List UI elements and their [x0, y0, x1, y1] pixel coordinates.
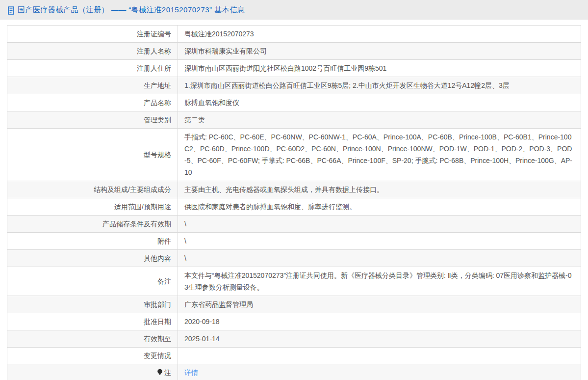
header-bar: 国产医疗器械产品（注册） —— “粤械注准20152070273” 基本信息: [0, 0, 588, 20]
page-title: 国产医疗器械产品（注册） —— “粤械注准20152070273” 基本信息: [18, 5, 245, 15]
row-value: 第二类: [178, 111, 581, 129]
table-row: 附件\: [7, 233, 581, 250]
row-value-text: 深圳市科瑞康实业有限公司: [184, 47, 267, 55]
row-label: 变更情况: [7, 348, 178, 364]
row-value: 广东省药品监督管理局: [178, 296, 581, 313]
row-value: 供医院和家庭对患者的脉搏血氧饱和度、脉率进行监测。: [178, 198, 581, 216]
table-row: 注详情: [7, 364, 581, 380]
table-row: 产品名称脉搏血氧饱和度仪: [7, 94, 581, 111]
row-label-text: 审批部门: [144, 300, 171, 308]
row-label-text: 有效期至: [144, 335, 171, 343]
row-label: 产品名称: [7, 94, 178, 111]
row-value: 深圳市南山区西丽街道阳光社区松白路1002号百旺信工业园9栋501: [178, 60, 581, 77]
row-label: 型号规格: [7, 129, 178, 181]
table-row: 适用范围/预期用途供医院和家庭对患者的脉搏血氧饱和度、脉率进行监测。: [7, 198, 581, 216]
content: 注册证编号粤械注准20152070273注册人名称深圳市科瑞康实业有限公司注册人…: [0, 20, 588, 380]
row-value: 2020-09-18: [178, 313, 581, 330]
row-label: 注册证编号: [7, 26, 178, 43]
row-label-text: 批准日期: [144, 318, 171, 326]
table-row: 型号规格手指式: PC-60C、PC-60E、PC-60NW、PC-60NW-1…: [7, 129, 581, 181]
table-row: 批准日期2020-09-18: [7, 313, 581, 330]
row-label: 审批部门: [7, 296, 178, 313]
row-label-text: 注册人住所: [137, 64, 171, 72]
row-label-text: 管理类别: [144, 116, 171, 124]
row-label-text: 结构及组成/主要组成成分: [94, 186, 171, 193]
row-label: 批准日期: [7, 313, 178, 330]
row-value-text: 2020-09-18: [184, 318, 220, 326]
row-label: 适用范围/预期用途: [7, 198, 178, 216]
table-row: 有效期至2025-01-14: [7, 330, 581, 348]
table-row: 备注本文件与“粤械注准20152070273”注册证共同使用。新《医疗器械分类目…: [7, 267, 581, 296]
row-label-text: 产品储存条件及有效期: [102, 220, 171, 228]
row-value-text: 本文件与“粤械注准20152070273”注册证共同使用。新《医疗器械分类目录》…: [184, 271, 571, 291]
row-value: 主要由主机、光电传感器或血氧探头组成，并具有数据上传接口。: [178, 181, 581, 198]
row-label: 产品储存条件及有效期: [7, 216, 178, 233]
row-value: 本文件与“粤械注准20152070273”注册证共同使用。新《医疗器械分类目录》…: [178, 267, 581, 296]
row-value-text: 1.深圳市南山区西丽街道松白公路百旺信工业区9栋5层; 2.中山市火炬开发区生物…: [184, 81, 510, 89]
row-label: 注册人住所: [7, 60, 178, 77]
table-row: 其他内容\: [7, 250, 581, 267]
row-label: 备注: [7, 267, 178, 296]
table-row: 结构及组成/主要组成成分主要由主机、光电传感器或血氧探头组成，并具有数据上传接口…: [7, 181, 581, 198]
row-value: \: [178, 233, 581, 250]
row-value: 详情: [178, 364, 581, 380]
table-row: 变更情况: [7, 348, 581, 364]
row-value-text: \: [184, 254, 186, 262]
bulb-icon: [157, 369, 163, 376]
row-value: 深圳市科瑞康实业有限公司: [178, 43, 581, 60]
row-value: \: [178, 250, 581, 267]
table-row: 管理类别第二类: [7, 111, 581, 129]
row-label-text: 产品名称: [144, 99, 171, 107]
row-label-text: 其他内容: [144, 254, 171, 262]
row-value: 1.深圳市南山区西丽街道松白公路百旺信工业区9栋5层; 2.中山市火炬开发区生物…: [178, 77, 581, 94]
row-value-text: 第二类: [184, 116, 205, 124]
details-link[interactable]: 详情: [184, 369, 198, 377]
row-value: \: [178, 216, 581, 233]
row-label-text: 注册人名称: [137, 47, 171, 55]
row-value-text: 供医院和家庭对患者的脉搏血氧饱和度、脉率进行监测。: [184, 203, 356, 211]
row-label: 生产地址: [7, 77, 178, 94]
row-value-text: 主要由主机、光电传感器或血氧探头组成，并具有数据上传接口。: [184, 186, 383, 193]
row-label: 管理类别: [7, 111, 178, 129]
row-value-text: 粤械注准20152070273: [184, 30, 254, 38]
row-label: 有效期至: [7, 330, 178, 348]
row-value: 粤械注准20152070273: [178, 26, 581, 43]
table-row: 注册人住所深圳市南山区西丽街道阳光社区松白路1002号百旺信工业园9栋501: [7, 60, 581, 77]
row-label-text: 注册证编号: [137, 30, 171, 38]
row-value-text: 2025-01-14: [184, 335, 220, 343]
row-value-text: 脉搏血氧饱和度仪: [184, 99, 239, 107]
row-value: 2025-01-14: [178, 330, 581, 348]
row-value: 手指式: PC-60C、PC-60E、PC-60NW、PC-60NW-1、PC-…: [178, 129, 581, 181]
table-row: 注册人名称深圳市科瑞康实业有限公司: [7, 43, 581, 60]
row-label-text: 适用范围/预期用途: [114, 203, 171, 211]
row-label-text: 生产地址: [144, 81, 171, 89]
info-table: 注册证编号粤械注准20152070273注册人名称深圳市科瑞康实业有限公司注册人…: [7, 25, 581, 380]
table-row: 生产地址1.深圳市南山区西丽街道松白公路百旺信工业区9栋5层; 2.中山市火炬开…: [7, 77, 581, 94]
page: 国产医疗器械产品（注册） —— “粤械注准20152070273” 基本信息 注…: [0, 0, 588, 380]
row-label-text: 变更情况: [144, 352, 171, 359]
row-value-text: \: [184, 237, 186, 245]
row-value: 脉搏血氧饱和度仪: [178, 94, 581, 111]
table-row: 审批部门广东省药品监督管理局: [7, 296, 581, 313]
row-label: 结构及组成/主要组成成分: [7, 181, 178, 198]
row-label-text: 备注: [157, 277, 171, 285]
row-label: 注册人名称: [7, 43, 178, 60]
row-value-text: 广东省药品监督管理局: [184, 300, 253, 308]
row-value-text: 手指式: PC-60C、PC-60E、PC-60NW、PC-60NW-1、PC-…: [184, 133, 572, 176]
row-label-text: 附件: [157, 237, 171, 245]
row-label: 附件: [7, 233, 178, 250]
row-value: [178, 348, 581, 364]
row-value-text: \: [184, 220, 186, 228]
table-row: 产品储存条件及有效期\: [7, 216, 581, 233]
row-label-text: 型号规格: [144, 151, 171, 159]
row-label: 其他内容: [7, 250, 178, 267]
table-row: 注册证编号粤械注准20152070273: [7, 26, 581, 43]
row-label: 注: [7, 364, 178, 380]
row-value-text: 深圳市南山区西丽街道阳光社区松白路1002号百旺信工业园9栋501: [184, 64, 386, 72]
document-icon: [7, 6, 15, 15]
row-label-text: 注: [164, 369, 171, 377]
